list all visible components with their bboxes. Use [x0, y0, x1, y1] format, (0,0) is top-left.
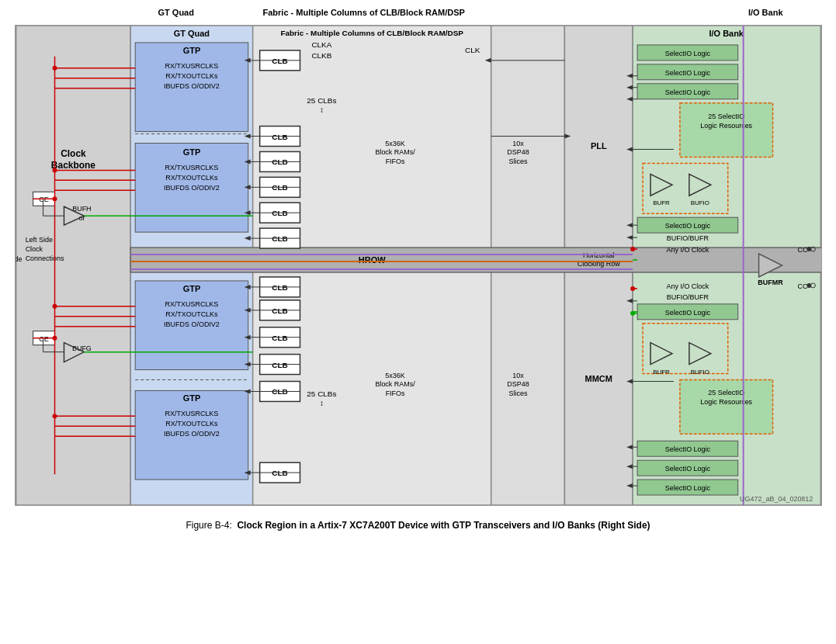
svg-text:GT Quad: GT Quad — [173, 29, 209, 38]
svg-text:SelectIO Logic: SelectIO Logic — [664, 50, 710, 57]
svg-rect-49 — [259, 277, 300, 297]
svg-text:CLB: CLB — [272, 133, 287, 141]
svg-marker-92 — [650, 174, 672, 196]
svg-point-221 — [630, 311, 635, 316]
svg-text:Clock: Clock — [61, 148, 86, 159]
svg-rect-131 — [33, 331, 54, 345]
svg-text:↕: ↕ — [319, 106, 323, 114]
svg-text:Block RAMs/: Block RAMs/ — [375, 380, 415, 388]
svg-marker-177 — [244, 134, 250, 139]
svg-rect-39 — [259, 126, 300, 147]
svg-text:Slices: Slices — [508, 390, 527, 397]
svg-marker-187 — [244, 285, 250, 289]
svg-marker-199 — [626, 74, 633, 78]
svg-text:BUFH: BUFH — [72, 205, 91, 213]
svg-marker-111 — [650, 343, 672, 365]
svg-text:SelectIO Logic: SelectIO Logic — [664, 465, 710, 473]
svg-rect-41 — [259, 151, 300, 171]
svg-marker-128 — [64, 206, 84, 225]
svg-marker-181 — [244, 185, 250, 189]
svg-point-141 — [52, 66, 57, 71]
svg-rect-108 — [637, 304, 738, 320]
svg-text:SelectIO Logic: SelectIO Logic — [664, 484, 710, 492]
svg-marker-209 — [626, 483, 633, 488]
main-diagram: GT Quad Fabric - Multiple Columns of CLB… — [15, 25, 822, 506]
svg-rect-55 — [259, 355, 300, 375]
svg-rect-2 — [252, 26, 491, 505]
io-bank-header: I/O Bank — [748, 8, 783, 17]
svg-marker-191 — [244, 335, 250, 340]
svg-text:IBUFDS O/ODIV2: IBUFDS O/ODIV2 — [164, 430, 220, 438]
svg-text:BUFMR: BUFMR — [758, 279, 783, 286]
svg-text:10x: 10x — [512, 372, 524, 379]
svg-text:CC: CC — [797, 246, 807, 254]
svg-point-215 — [630, 247, 635, 251]
svg-text:SelectIO Logic: SelectIO Logic — [664, 309, 710, 317]
svg-text:Horizontal: Horizontal — [583, 251, 614, 259]
svg-marker-189 — [244, 308, 250, 313]
svg-text:CLB: CLB — [272, 387, 287, 396]
svg-text:CLKB: CLKB — [311, 51, 331, 60]
svg-text:GTP: GTP — [182, 393, 200, 403]
svg-point-105 — [807, 283, 811, 288]
svg-text:5x36K: 5x36K — [385, 140, 404, 147]
svg-text:CE: CE — [39, 196, 48, 203]
svg-marker-94 — [689, 174, 710, 196]
svg-marker-225 — [564, 134, 571, 139]
svg-text:CLB: CLB — [272, 209, 287, 217]
svg-text:Logic Resources: Logic Resources — [700, 398, 752, 406]
figure-label: Figure B-4: — [186, 520, 231, 531]
svg-text:UG472_aB_04_020812: UG472_aB_04_020812 — [740, 495, 813, 503]
svg-text:CLB: CLB — [272, 283, 287, 292]
fabric-header: Fabric - Multiple Columns of CLB/Block R… — [263, 8, 465, 17]
svg-text:IBUFDS O/ODIV2: IBUFDS O/ODIV2 — [164, 320, 220, 328]
svg-rect-0 — [16, 26, 130, 505]
svg-rect-33 — [130, 248, 821, 272]
svg-text:Left Side: Left Side — [16, 255, 22, 263]
svg-text:SelectIO Logic: SelectIO Logic — [664, 69, 710, 77]
svg-text:RX/TXOUTCLKs: RX/TXOUTCLKs — [165, 72, 218, 80]
svg-rect-86 — [637, 84, 738, 99]
svg-text:CLB: CLB — [272, 361, 287, 369]
svg-point-102 — [810, 247, 815, 251]
svg-marker-219 — [626, 299, 633, 303]
svg-rect-82 — [637, 45, 738, 61]
svg-text:25 SelectIO: 25 SelectIO — [708, 389, 744, 396]
svg-text:CLB: CLB — [272, 183, 287, 192]
svg-text:DSP48: DSP48 — [507, 148, 529, 156]
svg-marker-179 — [244, 159, 250, 164]
svg-text:Backbone: Backbone — [50, 160, 95, 171]
svg-text:CC: CC — [797, 282, 807, 290]
svg-rect-47 — [259, 228, 300, 248]
svg-text:CLK: CLK — [465, 46, 480, 54]
svg-point-217 — [630, 286, 635, 291]
svg-text:CLB: CLB — [272, 57, 287, 65]
svg-text:GTP: GTP — [182, 147, 200, 157]
svg-point-164 — [52, 336, 57, 341]
svg-text:Any I/O Clock: Any I/O Clock — [666, 282, 709, 290]
svg-text:SelectIO Logic: SelectIO Logic — [664, 222, 710, 230]
svg-marker-223 — [484, 58, 491, 63]
svg-text:10x: 10x — [512, 140, 524, 147]
svg-text:PLL: PLL — [590, 141, 606, 151]
svg-rect-57 — [259, 382, 300, 402]
svg-marker-203 — [626, 97, 633, 102]
svg-rect-16 — [135, 144, 248, 233]
svg-text:IBUFDS O/ODIV2: IBUFDS O/ODIV2 — [164, 184, 220, 192]
svg-text:DSP48: DSP48 — [507, 380, 529, 388]
svg-rect-120 — [637, 460, 738, 476]
svg-marker-185 — [244, 236, 250, 241]
svg-text:Fabric - Multiple Columns of C: Fabric - Multiple Columns of CLB/Block R… — [280, 29, 463, 37]
svg-text:BUFIO/BUFR: BUFIO/BUFR — [666, 293, 709, 301]
svg-text:Slices: Slices — [508, 158, 527, 165]
svg-marker-211 — [626, 223, 633, 227]
svg-text:BUFR: BUFR — [653, 369, 670, 376]
svg-text:MMCM: MMCM — [585, 374, 612, 383]
figure-caption: Figure B-4: Clock Region in a Artix-7 XC… — [11, 518, 826, 533]
svg-point-101 — [807, 247, 811, 251]
svg-text:RX/TXOUTCLKs: RX/TXOUTCLKs — [165, 174, 218, 182]
svg-text:RX/TXUSRCLKS: RX/TXUSRCLKS — [165, 164, 218, 171]
svg-text:FIFOs: FIFOs — [385, 158, 404, 165]
svg-marker-207 — [626, 464, 633, 469]
svg-text:HROW: HROW — [358, 255, 385, 265]
